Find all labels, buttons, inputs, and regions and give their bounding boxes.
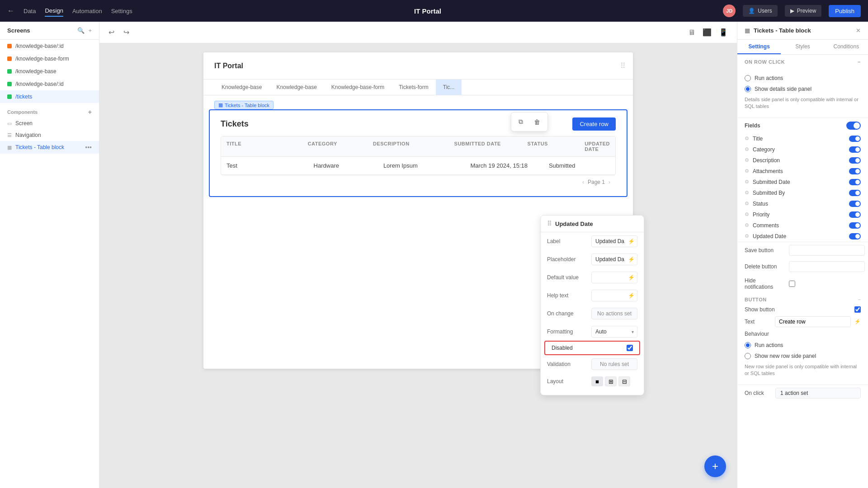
- nav-tab-data[interactable]: Data: [24, 6, 36, 16]
- table-header: Title Category Description Submitted Dat…: [221, 136, 615, 157]
- app-tab-tf[interactable]: Tickets-form: [392, 80, 436, 95]
- run-actions-radio[interactable]: [745, 75, 751, 81]
- gear-icon[interactable]: ⚙: [745, 190, 749, 196]
- gear-icon[interactable]: ⚙: [745, 168, 749, 174]
- sidebar-component-navigation[interactable]: ☰ Navigation: [0, 129, 99, 141]
- field-toggle[interactable]: [849, 157, 861, 164]
- button-text-input[interactable]: [775, 316, 851, 327]
- tab-styles[interactable]: Styles: [781, 40, 824, 54]
- show-new-row-radio[interactable]: [745, 353, 751, 359]
- lightning-icon[interactable]: ⚡: [854, 319, 861, 324]
- sidebar-item-kb-form[interactable]: /knowledge-base-form: [0, 52, 99, 65]
- mobile-viewport-icon[interactable]: 📱: [717, 26, 730, 38]
- lightning-icon[interactable]: ⚡: [628, 292, 635, 299]
- field-name: Title: [753, 136, 845, 142]
- preview-button[interactable]: ▶ Preview: [785, 5, 822, 17]
- field-name: Description: [753, 157, 845, 164]
- next-page-button[interactable]: ›: [609, 179, 610, 185]
- field-toggle[interactable]: [849, 136, 861, 142]
- gear-icon[interactable]: ⚙: [745, 146, 749, 152]
- sidebar-component-screen[interactable]: ▭ Screen: [0, 117, 99, 129]
- gear-icon[interactable]: ⚙: [745, 211, 749, 217]
- show-new-row-radio-row: Show new row side panel: [745, 351, 861, 361]
- app-tab-kb2[interactable]: Knowledge-base: [269, 80, 324, 95]
- viewport-controls: 🖥 ⬛ 📱: [686, 26, 730, 38]
- field-toggle[interactable]: [849, 222, 861, 229]
- undo-button[interactable]: ↩: [107, 26, 116, 38]
- prev-page-button[interactable]: ‹: [582, 179, 584, 185]
- field-toggle[interactable]: [849, 146, 861, 153]
- hide-notifications-checkbox[interactable]: [789, 281, 795, 287]
- layout-3col-button[interactable]: ⊟: [618, 376, 630, 386]
- add-component-icon[interactable]: +: [88, 108, 92, 116]
- nav-tab-automation[interactable]: Automation: [72, 6, 102, 16]
- gear-icon[interactable]: ⚙: [745, 201, 749, 206]
- collapse-icon[interactable]: −: [858, 296, 861, 303]
- field-toggle[interactable]: [849, 233, 861, 239]
- cell-title: Test: [221, 157, 308, 174]
- tablet-viewport-icon[interactable]: ⬛: [701, 26, 713, 38]
- lightning-icon[interactable]: ⚡: [628, 256, 635, 263]
- back-button[interactable]: ←: [7, 7, 14, 15]
- disabled-checkbox[interactable]: [627, 345, 633, 351]
- gear-icon[interactable]: ⚙: [745, 136, 749, 141]
- fab-button[interactable]: +: [704, 455, 726, 477]
- show-details-radio[interactable]: [745, 86, 751, 92]
- app-tab-tic[interactable]: Tic...: [436, 80, 462, 95]
- gear-icon[interactable]: ⚙: [745, 179, 749, 185]
- lightning-icon[interactable]: ⚡: [628, 274, 635, 281]
- field-toggle[interactable]: [849, 190, 861, 196]
- app-tab-kbf[interactable]: Knowledge-base-form: [324, 80, 392, 95]
- sidebar-item-tickets[interactable]: /tickets: [0, 90, 99, 103]
- collapse-icon[interactable]: −: [858, 59, 861, 65]
- field-toggle[interactable]: [849, 201, 861, 207]
- lightning-icon[interactable]: ⚡: [628, 238, 635, 244]
- add-screen-icon[interactable]: +: [88, 27, 92, 34]
- validation-no-rules[interactable]: No rules set: [591, 358, 637, 370]
- field-toggle[interactable]: [849, 179, 861, 185]
- sidebar-component-tickets-table[interactable]: ▦ Tickets - Table block •••: [0, 141, 99, 154]
- sidebar-item-kb[interactable]: /knowledge-base: [0, 65, 99, 78]
- field-label-text: Help text: [547, 292, 588, 299]
- field-item-comments: ⚙ Comments: [737, 220, 868, 231]
- more-icon[interactable]: •••: [85, 144, 92, 151]
- layout-icons: ■ ⊞ ⊟: [591, 376, 630, 386]
- delete-button-input[interactable]: [789, 261, 865, 272]
- desktop-viewport-icon[interactable]: 🖥: [686, 27, 697, 38]
- sidebar-item-label: /knowledge-base/:id: [15, 43, 64, 49]
- on-click-value[interactable]: 1 action set: [775, 388, 861, 399]
- gear-icon[interactable]: ⚙: [745, 233, 749, 239]
- app-preview-title: IT Portal: [214, 62, 243, 70]
- close-icon[interactable]: ✕: [856, 27, 861, 34]
- table-row[interactable]: Test Hardware Lorem Ipsum March 19 2024,…: [221, 157, 615, 175]
- redo-button[interactable]: ↪: [122, 26, 131, 38]
- publish-button[interactable]: Publish: [829, 5, 861, 17]
- run-actions-radio[interactable]: [745, 342, 751, 348]
- nav-tab-settings[interactable]: Settings: [111, 6, 132, 16]
- users-button[interactable]: 👤 Users: [743, 5, 777, 17]
- field-toggle[interactable]: [849, 168, 861, 174]
- create-row-button[interactable]: Create row: [572, 117, 616, 131]
- drag-handle-icon[interactable]: ⠿: [547, 220, 552, 227]
- delete-button-label: Delete button: [745, 263, 785, 270]
- on-row-click-label: ON ROW CLICK: [745, 59, 785, 65]
- on-row-click-header[interactable]: ON ROW CLICK −: [737, 55, 868, 69]
- sidebar-item-kb-id[interactable]: /knowledge-base/:id: [0, 40, 99, 52]
- show-button-checkbox[interactable]: [854, 306, 861, 313]
- field-formatting-select[interactable]: Auto: [591, 326, 637, 338]
- tab-conditions[interactable]: Conditions: [825, 40, 868, 54]
- tab-settings[interactable]: Settings: [737, 40, 781, 54]
- layout-2col-button[interactable]: ⊞: [605, 376, 617, 386]
- save-button-input[interactable]: [789, 245, 865, 256]
- sidebar-item-kb-id2[interactable]: /knowledge-base/:id: [0, 78, 99, 90]
- fields-toggle[interactable]: [846, 122, 861, 130]
- show-new-row-option: Show new row side panel: [755, 353, 816, 359]
- gear-icon[interactable]: ⚙: [745, 157, 749, 163]
- nav-tab-design[interactable]: Design: [45, 5, 63, 17]
- search-icon[interactable]: 🔍: [77, 27, 85, 34]
- gear-icon[interactable]: ⚙: [745, 222, 749, 228]
- app-tab-kb1[interactable]: Knowledge-base: [214, 80, 269, 95]
- layout-1col-button[interactable]: ■: [591, 376, 603, 386]
- field-toggle[interactable]: [849, 211, 861, 218]
- on-change-no-actions[interactable]: No actions set: [591, 308, 637, 319]
